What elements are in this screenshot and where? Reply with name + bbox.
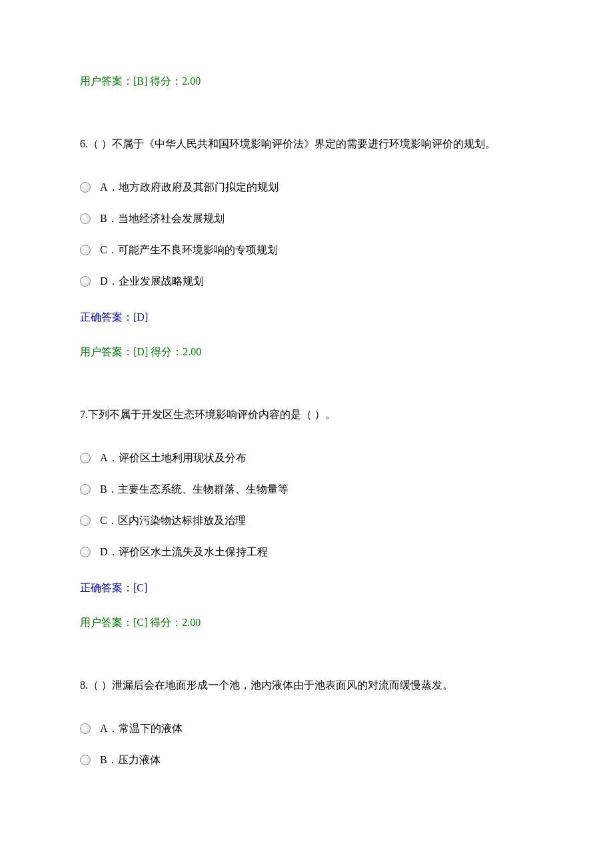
radio-icon[interactable] xyxy=(80,723,91,734)
radio-icon[interactable] xyxy=(80,245,91,255)
radio-icon[interactable] xyxy=(80,213,91,224)
q6-option-a[interactable]: A．地方政府政府及其部门拟定的规划 xyxy=(80,179,533,195)
radio-icon[interactable] xyxy=(80,547,91,557)
document-page: 用户答案：[B] 得分：2.00 6.（ ）不属于《中华人民共和国环境影响评价法… xyxy=(0,0,613,815)
q7-options: A．评价区土地利用现状及分布 B．主要生态系统、生物群落、生物量等 C．区内污染… xyxy=(80,449,533,560)
option-label: C．区内污染物达标排放及治理 xyxy=(100,512,246,529)
option-label: B．压力液体 xyxy=(100,751,161,768)
q7-correct-answer: 正确答案：[C] xyxy=(80,580,533,596)
q6-user-answer: 用户答案：[D] 得分：2.00 xyxy=(80,344,533,360)
q7-option-d[interactable]: D．评价区水土流失及水土保持工程 xyxy=(80,543,533,560)
option-label: A．常温下的液体 xyxy=(100,720,183,737)
option-label: A．地方政府政府及其部门拟定的规划 xyxy=(100,179,279,195)
q7-user-answer: 用户答案：[C] 得分：2.00 xyxy=(80,615,533,631)
q6-correct-answer: 正确答案：[D] xyxy=(80,309,533,325)
q6-options: A．地方政府政府及其部门拟定的规划 B．当地经济社会发展规划 C．可能产生不良环… xyxy=(80,179,533,289)
q6-option-c[interactable]: C．可能产生不良环境影响的专项规划 xyxy=(80,241,533,258)
radio-icon[interactable] xyxy=(80,453,91,463)
radio-icon[interactable] xyxy=(80,182,91,193)
q6-text: 6.（ ）不属于《中华人民共和国环境影响评价法》界定的需要进行环境影响评价的规划… xyxy=(80,136,533,152)
radio-icon[interactable] xyxy=(80,276,91,287)
radio-icon[interactable] xyxy=(80,515,91,526)
option-label: C．可能产生不良环境影响的专项规划 xyxy=(100,241,278,258)
radio-icon[interactable] xyxy=(80,755,91,765)
option-label: D．评价区水土流失及水土保持工程 xyxy=(100,543,268,560)
q7-option-b[interactable]: B．主要生态系统、生物群落、生物量等 xyxy=(80,481,533,497)
q7-option-c[interactable]: C．区内污染物达标排放及治理 xyxy=(80,512,533,529)
q7-option-a[interactable]: A．评价区土地利用现状及分布 xyxy=(80,449,533,466)
option-label: B．当地经济社会发展规划 xyxy=(100,210,225,227)
q8-text: 8.（ ）泄漏后会在地面形成一个池，池内液体由于池表面风的对流而缓慢蒸发。 xyxy=(80,677,533,693)
q6-option-d[interactable]: D．企业发展战略规划 xyxy=(80,273,533,289)
option-label: B．主要生态系统、生物群落、生物量等 xyxy=(100,481,289,497)
q7-text: 7.下列不属于开发区生态环境影响评价内容的是（ ）。 xyxy=(80,407,533,423)
option-label: D．企业发展战略规划 xyxy=(100,273,204,289)
q8-option-b[interactable]: B．压力液体 xyxy=(80,751,533,768)
q8-option-a[interactable]: A．常温下的液体 xyxy=(80,720,533,737)
radio-icon[interactable] xyxy=(80,484,91,495)
q5-user-answer: 用户答案：[B] 得分：2.00 xyxy=(80,73,533,89)
option-label: A．评价区土地利用现状及分布 xyxy=(100,449,247,466)
q8-options: A．常温下的液体 B．压力液体 xyxy=(80,720,533,768)
q6-option-b[interactable]: B．当地经济社会发展规划 xyxy=(80,210,533,227)
